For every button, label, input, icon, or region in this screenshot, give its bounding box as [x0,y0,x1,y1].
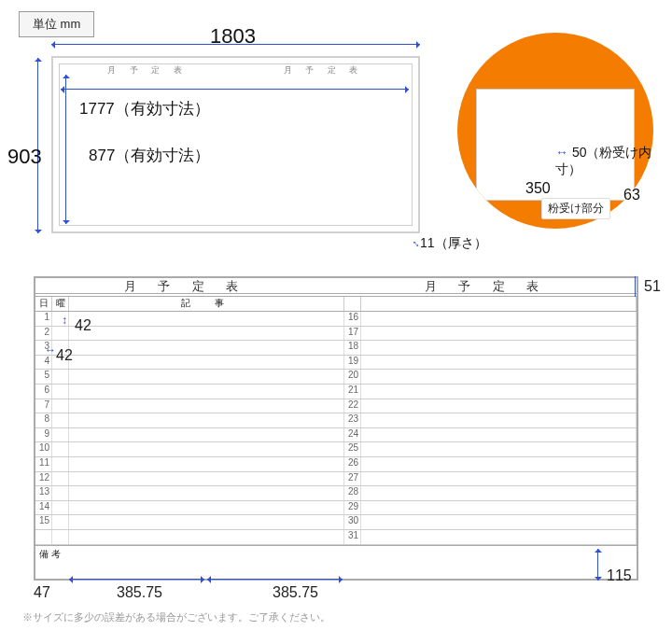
table-row: 1429 [35,501,637,516]
board-header-right: 月 予 定 表 [236,64,413,79]
width-dimension: 1803 [210,24,256,49]
note-header: 記 事 [69,297,344,311]
tray-length-dimension: 350 [525,180,551,197]
schedule-table: 月 予 定 表 月 予 定 表 日 曜 記 事 1162173184195206… [34,276,638,581]
table-row: 823 [35,413,637,428]
table-row: 116 [35,312,637,327]
table-row: 722 [35,399,637,414]
table-row: 1530 [35,515,637,530]
board-header-left: 月 予 定 表 [60,64,236,79]
eff-height-arrow [65,75,66,224]
memo-height-arrow [597,549,598,581]
day-header-2 [344,297,361,311]
tray-depth-dimension: 63 [623,187,640,203]
day-header: 日 [35,297,52,311]
row-height-arrow-icon: ↕ [62,314,67,327]
day-width-arrow-icon: ↔ [45,343,56,357]
table-row: 217 [35,327,637,342]
col-a-dimension: 47 [34,584,50,601]
eff-width-dimension: 1777（有効寸法） [79,98,210,119]
thickness-dimension: 11（厚さ） [420,235,487,252]
table-row: 419 [35,356,637,371]
table-row: 1126 [35,457,637,472]
height-dimension: 903 [7,145,42,169]
row-height-dimension: 42 [75,317,91,334]
table-row: 520 [35,370,637,385]
col-b-arrow [69,579,204,580]
weekday-header: 曜 [52,297,69,311]
unit-label: 単位 mm [19,11,94,37]
memo-row: 備 考 [35,545,637,577]
table-row: 1328 [35,486,637,501]
title-height-dimension: 51 [644,278,661,295]
table-row: 924 [35,428,637,443]
day-width-dimension: 42 [56,347,73,364]
table-row: 318 [35,341,637,356]
rest-header [361,297,637,311]
col-b-dimension: 385.75 [117,584,162,601]
table-row: 621 [35,385,637,399]
tray-inner-dimension: ↔ 50（粉受け内寸） [555,145,672,178]
sched-title-right: 月 予 定 表 [336,278,637,293]
table-row: 1227 [35,472,637,487]
eff-height-dimension: 877（有効寸法） [89,145,210,166]
eff-width-arrow [61,89,409,90]
tray-label: 粉受け部分 [541,198,610,219]
title-height-arrow [635,276,636,297]
col-c-arrow [207,579,343,580]
table-row: 31 [35,530,637,545]
col-c-dimension: 385.75 [273,584,318,601]
footnote: ※サイズに多少の誤差がある場合がございます。ご了承ください。 [22,610,330,624]
sched-title-left: 月 予 定 表 [35,278,336,293]
table-row: 1025 [35,442,637,457]
memo-height-dimension: 115 [607,567,632,584]
